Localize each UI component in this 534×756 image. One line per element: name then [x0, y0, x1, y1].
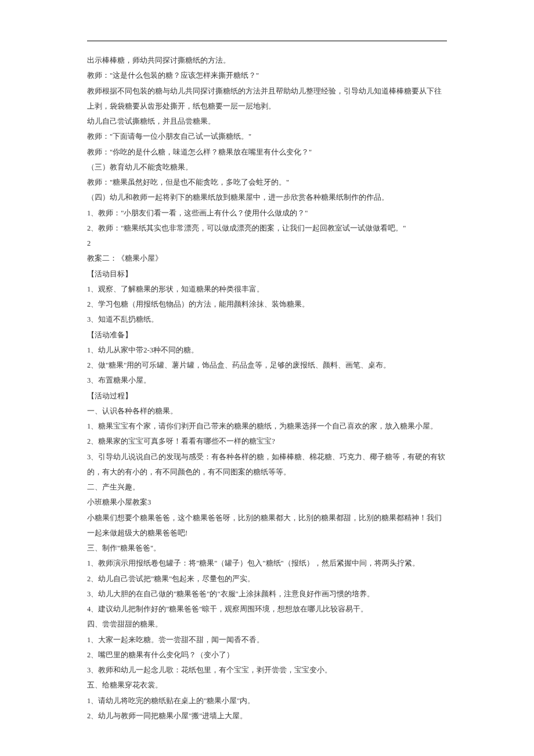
text-line: 【活动过程】 [87, 388, 447, 404]
text-line: 三、制作"糖果爸爸"。 [87, 541, 447, 556]
text-line: 2、幼儿与教师一同把糖果小屋"搬"进墙上大屋。 [87, 708, 447, 723]
text-line: 教师："这是什么包装的糖？应该怎样来撕开糖纸？" [87, 68, 447, 83]
text-line: （三）教育幼儿不能贪吃糖果。 [87, 160, 447, 175]
text-line: 一、认识各种各样的糖果。 [87, 404, 447, 419]
document-body: 出示棒棒糖，师幼共同探讨撕糖纸的方法。教师："这是什么包装的糖？应该怎样来撕开糖… [87, 53, 447, 723]
text-line: 3、幼儿大胆的在自己做的"糖果爸爸"的"衣服"上涂抹颜料，注意良好作画习惯的培养… [87, 586, 447, 602]
text-line: 1、教师演示用报纸卷包罐子：将"糖果"（罐子）包入"糖纸"（报纸），然后紧握中间… [87, 556, 447, 571]
text-line: 1、请幼儿将吃完的糖纸贴在桌上的"糖果小屋"内。 [87, 693, 447, 708]
text-line: 四、尝尝甜甜的糖果。 [87, 617, 447, 632]
text-line: 2、学习包糖（用报纸包物品）的方法，能用颜料涂抹、装饰糖果。 [87, 297, 447, 312]
text-line: 【活动准备】 [87, 327, 447, 343]
text-line: 2、教师："糖果纸其实也非常漂亮，可以做成漂亮的图案，让我们一起回教室试一试做做… [87, 221, 447, 236]
text-line: 教案二：《糖果小屋》 [87, 251, 447, 266]
text-line: 五、给糖果穿花衣裳。 [87, 678, 447, 693]
text-line: 3、布置糖果小屋。 [87, 373, 447, 388]
text-line: 1、糖果宝宝有个家，请你们剥开自己带来的糖果的糖纸，为糖果选择一个自己喜欢的家，… [87, 419, 447, 434]
document-page: 出示棒棒糖，师幼共同探讨撕糖纸的方法。教师："这是什么包装的糖？应该怎样来撕开糖… [0, 0, 534, 756]
text-line: 1、观察、了解糖果的形状，知道糖果的种类很丰富。 [87, 282, 447, 297]
page-divider [87, 41, 447, 41]
text-line: 小糖果们想要个糖果爸爸，这个糖果爸爸呀，比别的糖果都大，比别的糖果都甜，比别的糖… [87, 510, 447, 541]
text-line: 2、做"糖果"用的可乐罐、薯片罐，饰品盒、药品盒等，足够的废报纸、颜料、画笔、桌… [87, 358, 447, 373]
text-line: 小班糖果小屋教案3 [87, 495, 447, 510]
text-line: 1、大家一起来吃糖。尝一尝甜不甜，闻一闻香不香。 [87, 632, 447, 647]
text-line: 1、教师："小朋友们看一看，这些画上有什么？使用什么做成的？" [87, 206, 447, 221]
text-line: （四）幼儿和教师一起将剥下的糖果纸放到糖果屋中，进一步欣赏各种糖果纸制作的作品。 [87, 190, 447, 205]
text-line: 4、建议幼儿把制作好的"糖果爸爸"晾干，观察周围环境，想想放在哪儿比较容易干。 [87, 602, 447, 617]
text-line: 二、产生兴趣。 [87, 480, 447, 495]
text-line: 出示棒棒糖，师幼共同探讨撕糖纸的方法。 [87, 53, 447, 68]
text-line: 2、糖果家的宝宝可真多呀！看看有哪些不一样的糖宝宝? [87, 434, 447, 449]
text-line: 教师："糖果虽然好吃，但是也不能贪吃，多吃了会蛀牙的。" [87, 175, 447, 190]
text-line: 教师："下面请每一位小朋友自己试一试撕糖纸。" [87, 129, 447, 144]
text-line: 2、幼儿自己尝试把"糖果"包起来，尽量包的严实。 [87, 571, 447, 586]
text-line: 【活动目标】 [87, 267, 447, 282]
text-line: 1、幼儿从家中带2-3种不同的糖。 [87, 343, 447, 358]
text-line: 3、教师和幼儿一起念儿歌：花纸包里，有个宝宝，剥开尝尝，宝宝变小。 [87, 663, 447, 678]
text-line: 教师："你吃的是什么糖，味道怎么样？糖果放在嘴里有什么变化？" [87, 145, 447, 160]
text-line: 2、嘴巴里的糖果有什么变化吗？（变小了） [87, 647, 447, 663]
text-line: 3、知道不乱扔糖纸。 [87, 312, 447, 327]
text-line: 3、引导幼儿说说自己的发现与感受：有各种各样的糖，如棒棒糖、棉花糖、巧克力、椰子… [87, 449, 447, 480]
text-line: 幼儿自己尝试撕糖纸，并且品尝糖果。 [87, 114, 447, 129]
text-line: 2 [87, 236, 447, 251]
text-line: 教师根据不同包装的糖与幼儿共同探讨撕糖纸的方法并且帮助幼儿整理经验，引导幼儿知道… [87, 84, 447, 114]
